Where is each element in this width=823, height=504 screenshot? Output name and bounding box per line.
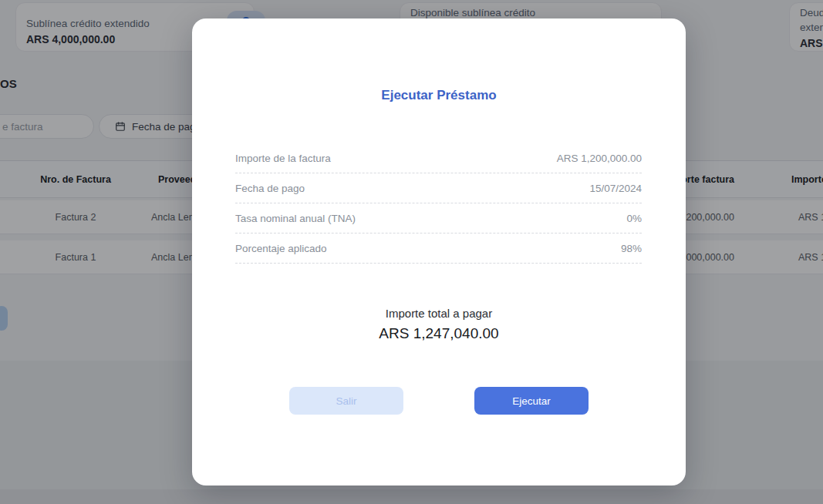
detail-label: Fecha de pago xyxy=(235,183,305,194)
execute-button[interactable]: Ejecutar xyxy=(474,387,589,415)
total-amount: ARS 1,247,040.00 xyxy=(192,324,686,343)
detail-value: ARS 1,200,000.00 xyxy=(557,153,642,164)
detail-value: 15/07/2024 xyxy=(589,183,642,194)
detail-row-payment-date: Fecha de pago 15/07/2024 xyxy=(235,173,642,203)
detail-label: Tasa nominal anual (TNA) xyxy=(235,213,356,224)
detail-row-invoice-amount: Importe de la factura ARS 1,200,000.00 xyxy=(235,143,642,173)
modal-title: Ejecutar Préstamo xyxy=(192,88,686,103)
total-label: Importe total a pagar xyxy=(192,307,686,321)
detail-value: 0% xyxy=(626,213,642,224)
modal-detail-rows: Importe de la factura ARS 1,200,000.00 F… xyxy=(235,143,642,264)
total-block: Importe total a pagar ARS 1,247,040.00 xyxy=(192,307,686,343)
detail-value: 98% xyxy=(621,243,642,254)
cancel-button[interactable]: Salir xyxy=(289,387,403,415)
detail-label: Porcentaje aplicado xyxy=(235,243,327,254)
detail-label: Importe de la factura xyxy=(235,153,331,164)
detail-row-applied-percentage: Porcentaje aplicado 98% xyxy=(235,234,642,264)
execute-loan-modal: Ejecutar Préstamo Importe de la factura … xyxy=(192,18,686,486)
detail-row-tna: Tasa nominal anual (TNA) 0% xyxy=(235,203,642,234)
app-root: Sublínea crédito extendido ARS 4,000,000… xyxy=(0,0,823,504)
